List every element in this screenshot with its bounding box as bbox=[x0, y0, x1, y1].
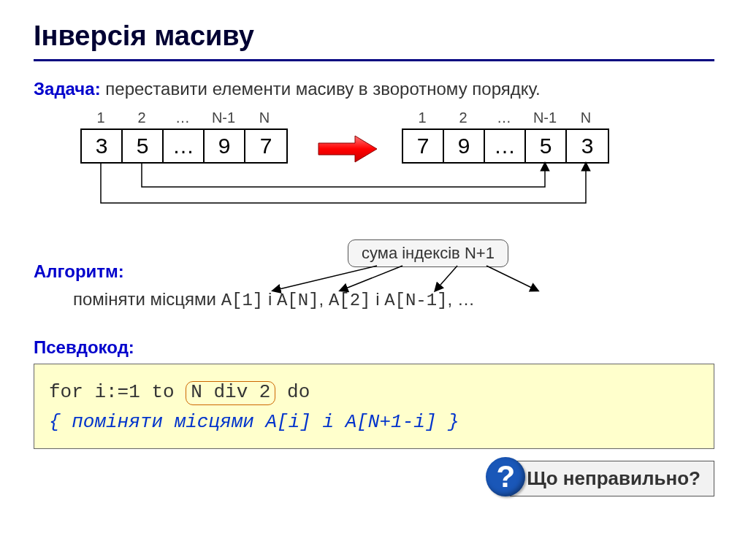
code-line-1: for i:=1 to N div 2 do bbox=[49, 377, 699, 407]
connector-lines bbox=[56, 110, 713, 234]
task-label: Задача: bbox=[34, 79, 101, 99]
code-l1b: do bbox=[275, 381, 310, 403]
task-text: переставити елементи масиву в зворотному… bbox=[101, 79, 541, 99]
code-line-2: { поміняти місцями A[i] і A[N+1-i] } bbox=[49, 407, 699, 437]
sep1: , bbox=[319, 289, 329, 309]
algo-pre: поміняти місцями bbox=[73, 289, 221, 309]
code-l1a: for i:=1 to bbox=[49, 381, 186, 403]
divider bbox=[34, 59, 714, 61]
task-line: Задача: переставити елементи масиву в зв… bbox=[34, 77, 714, 101]
algorithm-line: поміняти місцями A[1] і A[N], A[2] і A[N… bbox=[73, 289, 475, 310]
svg-line-3 bbox=[486, 266, 538, 291]
pair2a: A[2] bbox=[329, 291, 371, 310]
code-box: for i:=1 to N div 2 do { поміняти місцям… bbox=[34, 364, 714, 449]
pair2j: і bbox=[370, 289, 384, 309]
pair1b: A[N] bbox=[277, 291, 319, 310]
pair1j: і bbox=[263, 289, 277, 309]
tail: , … bbox=[448, 289, 475, 309]
question-box: ? Що неправильно? bbox=[510, 461, 714, 496]
page-title: Інверсія масиву bbox=[34, 20, 714, 52]
pair2b: A[N-1] bbox=[384, 291, 447, 310]
question-mark-icon: ? bbox=[486, 457, 525, 496]
algorithm-block: Алгоритм: сума індексів N+1 поміняти міс… bbox=[34, 239, 714, 327]
svg-line-1 bbox=[340, 266, 402, 291]
svg-line-0 bbox=[273, 266, 377, 291]
pseudocode-label: Псевдокод: bbox=[34, 337, 714, 358]
svg-line-2 bbox=[435, 266, 457, 291]
array-diagram: 1 2 … N-1 N 3 5 … 9 7 1 2 … N-1 N bbox=[56, 110, 714, 234]
question-text: Що неправильно? bbox=[527, 467, 701, 489]
pair1a: A[1] bbox=[221, 291, 264, 310]
code-highlight: N div 2 bbox=[186, 381, 275, 405]
